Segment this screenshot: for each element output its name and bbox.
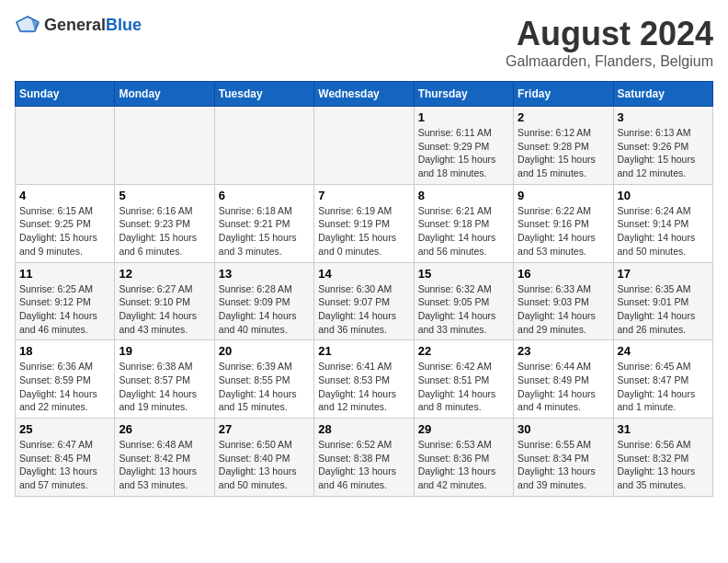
calendar-cell: 20Sunrise: 6:39 AM Sunset: 8:55 PM Dayli… (214, 340, 313, 419)
main-title: August 2024 (506, 15, 713, 53)
day-number: 2 (518, 110, 609, 124)
day-number: 23 (518, 344, 609, 358)
day-info: Sunrise: 6:50 AM Sunset: 8:40 PM Dayligh… (219, 438, 310, 492)
day-number: 21 (318, 344, 409, 358)
calendar-header-wednesday: Wednesday (314, 82, 414, 107)
day-number: 6 (219, 189, 310, 202)
day-info: Sunrise: 6:38 AM Sunset: 8:57 PM Dayligh… (119, 360, 210, 414)
calendar-header-row: SundayMondayTuesdayWednesdayThursdayFrid… (16, 82, 713, 107)
day-number: 12 (119, 267, 210, 281)
day-number: 20 (219, 344, 310, 358)
day-info: Sunrise: 6:25 AM Sunset: 9:12 PM Dayligh… (19, 282, 110, 337)
day-info: Sunrise: 6:44 AM Sunset: 8:49 PM Dayligh… (518, 360, 609, 414)
day-number: 17 (618, 267, 709, 281)
day-info: Sunrise: 6:52 AM Sunset: 8:38 PM Dayligh… (318, 438, 409, 492)
day-number: 31 (618, 422, 709, 436)
day-number: 15 (418, 267, 509, 281)
calendar-cell (115, 107, 214, 185)
day-number: 11 (19, 267, 110, 281)
calendar-cell: 8Sunrise: 6:21 AM Sunset: 9:18 PM Daylig… (414, 184, 513, 262)
day-number: 19 (119, 344, 210, 358)
calendar-cell: 19Sunrise: 6:38 AM Sunset: 8:57 PM Dayli… (115, 340, 214, 419)
day-info: Sunrise: 6:24 AM Sunset: 9:14 PM Dayligh… (618, 204, 709, 259)
calendar-cell: 23Sunrise: 6:44 AM Sunset: 8:49 PM Dayli… (514, 340, 613, 419)
calendar-header-friday: Friday (514, 82, 613, 107)
day-info: Sunrise: 6:30 AM Sunset: 9:07 PM Dayligh… (318, 282, 409, 337)
day-number: 29 (418, 422, 509, 436)
day-number: 26 (119, 422, 210, 436)
day-number: 22 (418, 344, 509, 358)
calendar-cell: 10Sunrise: 6:24 AM Sunset: 9:14 PM Dayli… (613, 184, 712, 262)
calendar-cell (314, 107, 414, 185)
day-info: Sunrise: 6:15 AM Sunset: 9:25 PM Dayligh… (19, 204, 110, 259)
calendar-cell: 4Sunrise: 6:15 AM Sunset: 9:25 PM Daylig… (16, 184, 115, 262)
day-info: Sunrise: 6:22 AM Sunset: 9:16 PM Dayligh… (518, 204, 609, 259)
title-area: August 2024 Galmaarden, Flanders, Belgiu… (506, 15, 713, 70)
calendar-cell (214, 107, 313, 185)
calendar-header-monday: Monday (115, 82, 214, 107)
day-number: 5 (119, 189, 210, 202)
calendar-table: SundayMondayTuesdayWednesdayThursdayFrid… (15, 81, 713, 497)
calendar-cell (16, 107, 115, 185)
logo-icon (15, 15, 40, 35)
calendar-cell: 5Sunrise: 6:16 AM Sunset: 9:23 PM Daylig… (115, 184, 214, 262)
day-info: Sunrise: 6:19 AM Sunset: 9:19 PM Dayligh… (318, 204, 409, 259)
day-info: Sunrise: 6:32 AM Sunset: 9:05 PM Dayligh… (418, 282, 509, 337)
logo-text-blue: Blue (106, 16, 142, 34)
calendar-cell: 17Sunrise: 6:35 AM Sunset: 9:01 PM Dayli… (613, 262, 712, 340)
day-info: Sunrise: 6:18 AM Sunset: 9:21 PM Dayligh… (219, 204, 310, 259)
day-info: Sunrise: 6:27 AM Sunset: 9:10 PM Dayligh… (119, 282, 210, 337)
calendar-cell: 15Sunrise: 6:32 AM Sunset: 9:05 PM Dayli… (414, 262, 513, 340)
day-number: 13 (219, 267, 310, 281)
day-info: Sunrise: 6:35 AM Sunset: 9:01 PM Dayligh… (618, 282, 709, 337)
calendar-week-row: 1Sunrise: 6:11 AM Sunset: 9:29 PM Daylig… (16, 107, 713, 185)
header: GeneralBlue August 2024 Galmaarden, Flan… (15, 15, 713, 70)
calendar-header-thursday: Thursday (414, 82, 513, 107)
day-info: Sunrise: 6:12 AM Sunset: 9:28 PM Dayligh… (518, 126, 609, 180)
day-info: Sunrise: 6:28 AM Sunset: 9:09 PM Dayligh… (219, 282, 310, 337)
day-info: Sunrise: 6:47 AM Sunset: 8:45 PM Dayligh… (19, 438, 110, 492)
calendar-cell: 12Sunrise: 6:27 AM Sunset: 9:10 PM Dayli… (115, 262, 214, 340)
day-number: 14 (318, 267, 409, 281)
day-info: Sunrise: 6:21 AM Sunset: 9:18 PM Dayligh… (418, 204, 509, 259)
calendar-header-saturday: Saturday (613, 82, 712, 107)
calendar-cell: 7Sunrise: 6:19 AM Sunset: 9:19 PM Daylig… (314, 184, 414, 262)
day-number: 3 (618, 110, 709, 124)
day-number: 28 (318, 422, 409, 436)
calendar-cell: 18Sunrise: 6:36 AM Sunset: 8:59 PM Dayli… (16, 340, 115, 419)
day-number: 9 (518, 189, 609, 202)
day-info: Sunrise: 6:53 AM Sunset: 8:36 PM Dayligh… (418, 438, 509, 492)
day-number: 30 (518, 422, 609, 436)
day-info: Sunrise: 6:36 AM Sunset: 8:59 PM Dayligh… (19, 360, 110, 414)
calendar-cell: 27Sunrise: 6:50 AM Sunset: 8:40 PM Dayli… (214, 419, 313, 497)
day-info: Sunrise: 6:55 AM Sunset: 8:34 PM Dayligh… (518, 438, 609, 492)
calendar-header-tuesday: Tuesday (214, 82, 313, 107)
calendar-cell: 9Sunrise: 6:22 AM Sunset: 9:16 PM Daylig… (514, 184, 613, 262)
calendar-cell: 3Sunrise: 6:13 AM Sunset: 9:26 PM Daylig… (613, 107, 712, 185)
subtitle: Galmaarden, Flanders, Belgium (506, 53, 713, 70)
day-info: Sunrise: 6:45 AM Sunset: 8:47 PM Dayligh… (618, 360, 709, 414)
calendar-week-row: 25Sunrise: 6:47 AM Sunset: 8:45 PM Dayli… (16, 419, 713, 497)
day-number: 1 (418, 110, 509, 124)
calendar-cell: 31Sunrise: 6:56 AM Sunset: 8:32 PM Dayli… (613, 419, 712, 497)
day-number: 4 (19, 189, 110, 202)
calendar-cell: 25Sunrise: 6:47 AM Sunset: 8:45 PM Dayli… (16, 419, 115, 497)
calendar-cell: 22Sunrise: 6:42 AM Sunset: 8:51 PM Dayli… (414, 340, 513, 419)
day-number: 27 (219, 422, 310, 436)
day-number: 18 (19, 344, 110, 358)
calendar-cell: 28Sunrise: 6:52 AM Sunset: 8:38 PM Dayli… (314, 419, 414, 497)
day-number: 8 (418, 189, 509, 202)
day-info: Sunrise: 6:48 AM Sunset: 8:42 PM Dayligh… (119, 438, 210, 492)
day-info: Sunrise: 6:39 AM Sunset: 8:55 PM Dayligh… (219, 360, 310, 414)
calendar-cell: 24Sunrise: 6:45 AM Sunset: 8:47 PM Dayli… (613, 340, 712, 419)
day-info: Sunrise: 6:41 AM Sunset: 8:53 PM Dayligh… (318, 360, 409, 414)
day-number: 16 (518, 267, 609, 281)
calendar-cell: 2Sunrise: 6:12 AM Sunset: 9:28 PM Daylig… (514, 107, 613, 185)
calendar-cell: 21Sunrise: 6:41 AM Sunset: 8:53 PM Dayli… (314, 340, 414, 419)
logo: GeneralBlue (15, 15, 142, 35)
day-info: Sunrise: 6:42 AM Sunset: 8:51 PM Dayligh… (418, 360, 509, 414)
day-info: Sunrise: 6:13 AM Sunset: 9:26 PM Dayligh… (618, 126, 709, 180)
day-info: Sunrise: 6:16 AM Sunset: 9:23 PM Dayligh… (119, 204, 210, 259)
calendar-week-row: 11Sunrise: 6:25 AM Sunset: 9:12 PM Dayli… (16, 262, 713, 340)
day-info: Sunrise: 6:11 AM Sunset: 9:29 PM Dayligh… (418, 126, 509, 180)
